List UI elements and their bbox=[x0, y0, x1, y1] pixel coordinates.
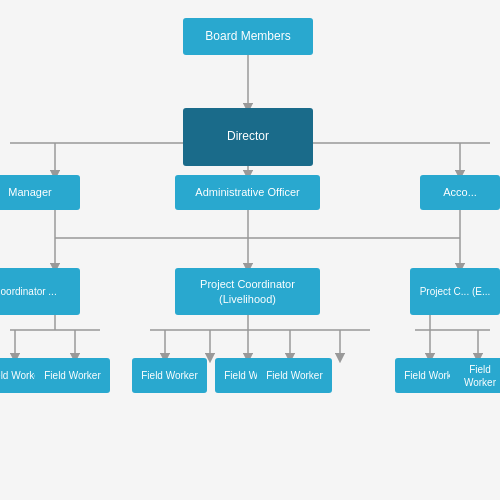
accountant-node: Acco... bbox=[420, 175, 500, 210]
admin-officer-node: Administrative Officer bbox=[175, 175, 320, 210]
field-worker-5-node: Field Worker bbox=[257, 358, 332, 393]
field-worker-7-node: Field Worker bbox=[450, 358, 500, 393]
field-worker-3-node: Field Worker bbox=[132, 358, 207, 393]
field-worker-2-node: Field Worker bbox=[35, 358, 110, 393]
board-members-node: Board Members bbox=[183, 18, 313, 55]
director-node: Director bbox=[183, 108, 313, 166]
coordinator-right-node: Project C... (E... bbox=[410, 268, 500, 315]
coordinator-livelihood-node: Project Coordinator (Livelihood) bbox=[175, 268, 320, 315]
connectors-svg bbox=[0, 0, 500, 500]
coordinator-left-node: Coordinator ... bbox=[0, 268, 80, 315]
org-chart: Board Members Director Manager Administr… bbox=[0, 0, 500, 500]
manager-node: Manager bbox=[0, 175, 80, 210]
